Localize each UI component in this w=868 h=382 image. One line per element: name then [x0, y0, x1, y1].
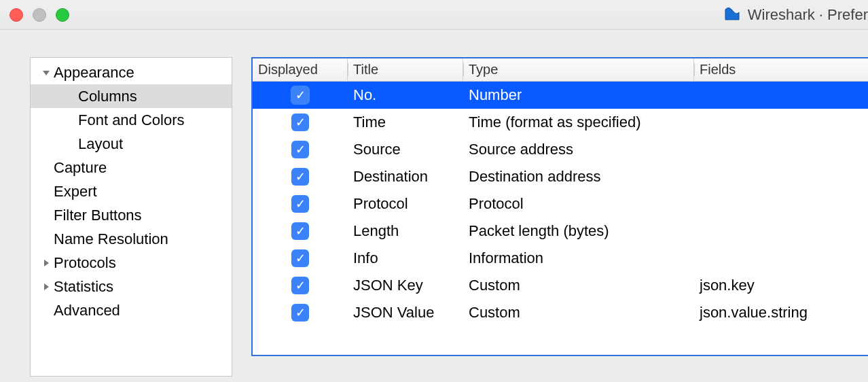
sidebar-item-label: Layout — [39, 135, 123, 153]
sidebar-item-label: Columns — [39, 88, 137, 105]
cell-fields: json.value.string — [694, 299, 868, 326]
checkmark-icon: ✓ — [295, 225, 306, 237]
cell-title: Time — [348, 109, 463, 136]
preferences-tree[interactable]: AppearanceColumnsFont and ColorsLayoutCa… — [31, 58, 232, 325]
displayed-checkbox[interactable]: ✓ — [291, 249, 309, 267]
sidebar-item-filter-buttons[interactable]: Filter Buttons — [31, 203, 232, 227]
cell-displayed: ✓ — [253, 82, 348, 109]
table-row[interactable]: ✓InfoInformation — [253, 245, 868, 272]
table-row[interactable]: ✓No.Number — [253, 82, 868, 109]
cell-type: Information — [463, 245, 694, 272]
sidebar-item-label: Appearance — [54, 64, 134, 82]
cell-title: Length — [348, 218, 463, 245]
window-controls — [10, 8, 69, 22]
close-window-button[interactable] — [10, 8, 23, 22]
cell-displayed: ✓ — [253, 272, 348, 299]
table-row[interactable]: ✓JSON ValueCustomjson.value.string — [253, 299, 868, 326]
disclosure-right-icon[interactable] — [39, 283, 54, 291]
checkmark-icon: ✓ — [295, 307, 306, 319]
sidebar-item-label: Name Resolution — [54, 230, 168, 248]
sidebar-item-label: Advanced — [54, 302, 120, 319]
sidebar-item-columns[interactable]: Columns — [31, 84, 232, 108]
cell-fields — [694, 109, 868, 136]
displayed-checkbox[interactable]: ✓ — [291, 114, 309, 131]
sidebar-item-appearance[interactable]: Appearance — [31, 60, 232, 84]
cell-displayed: ✓ — [253, 163, 348, 190]
cell-title: Protocol — [348, 190, 463, 218]
cell-type: Number — [463, 82, 694, 109]
cell-type: Packet length (bytes) — [463, 218, 694, 245]
checkmark-icon: ✓ — [295, 171, 306, 183]
sidebar-item-protocols[interactable]: Protocols — [31, 251, 232, 275]
sidebar-item-expert[interactable]: Expert — [31, 179, 232, 203]
cell-fields — [694, 163, 868, 190]
disclosure-down-icon[interactable] — [39, 69, 54, 77]
checkmark-icon: ✓ — [295, 143, 306, 156]
sidebar-item-label: Protocols — [54, 254, 116, 272]
header-type[interactable]: Type — [463, 58, 694, 81]
displayed-checkbox[interactable]: ✓ — [291, 222, 309, 240]
cell-displayed: ✓ — [253, 109, 348, 136]
cell-title: No. — [348, 82, 463, 109]
window-title: Wireshark · Prefer — [748, 6, 868, 24]
displayed-checkbox[interactable]: ✓ — [291, 195, 309, 213]
displayed-checkbox[interactable]: ✓ — [291, 141, 309, 158]
cell-type: Time (format as specified) — [463, 109, 694, 136]
cell-title: Destination — [348, 163, 463, 190]
checkmark-icon: ✓ — [295, 89, 306, 101]
table-header-row: Displayed Title Type Fields — [253, 58, 868, 82]
table-row[interactable]: ✓JSON KeyCustomjson.key — [253, 272, 868, 299]
displayed-checkbox[interactable]: ✓ — [291, 277, 309, 294]
cell-displayed: ✓ — [253, 299, 348, 326]
table-body: ✓No.Number✓TimeTime (format as specified… — [253, 82, 868, 326]
preferences-sidebar: AppearanceColumnsFont and ColorsLayoutCa… — [30, 57, 232, 377]
displayed-checkbox[interactable]: ✓ — [291, 304, 309, 322]
cell-type: Custom — [463, 272, 694, 299]
sidebar-item-label: Filter Buttons — [54, 207, 142, 224]
header-title[interactable]: Title — [348, 58, 463, 81]
table-row[interactable]: ✓SourceSource address — [253, 136, 868, 163]
cell-fields — [694, 82, 868, 109]
checkmark-icon: ✓ — [295, 198, 306, 210]
sidebar-item-name-resolution[interactable]: Name Resolution — [31, 227, 232, 251]
disclosure-right-icon[interactable] — [39, 259, 54, 267]
main-panel: Displayed Title Type Fields ✓No.Number✓T… — [232, 57, 868, 382]
displayed-checkbox[interactable]: ✓ — [291, 168, 309, 186]
sidebar-item-label: Capture — [54, 159, 107, 177]
sidebar-item-layout[interactable]: Layout — [31, 132, 232, 156]
displayed-checkbox[interactable]: ✓ — [291, 86, 309, 104]
table-row[interactable]: ✓LengthPacket length (bytes) — [253, 218, 868, 245]
table-row[interactable]: ✓TimeTime (format as specified) — [253, 109, 868, 136]
sidebar-item-label: Font and Colors — [39, 111, 185, 129]
cell-title: JSON Key — [348, 272, 463, 299]
sidebar-item-font-and-colors[interactable]: Font and Colors — [31, 108, 232, 132]
columns-table: Displayed Title Type Fields ✓No.Number✓T… — [251, 57, 868, 356]
cell-fields — [694, 190, 868, 218]
sidebar-item-capture[interactable]: Capture — [31, 156, 232, 179]
sidebar-item-advanced[interactable]: Advanced — [31, 298, 232, 322]
cell-type: Protocol — [463, 190, 694, 218]
cell-fields: json.key — [694, 272, 868, 299]
cell-type: Source address — [463, 136, 694, 163]
table-row[interactable]: ✓ProtocolProtocol — [253, 190, 868, 218]
checkmark-icon: ✓ — [295, 279, 306, 292]
cell-displayed: ✓ — [253, 218, 348, 245]
sidebar-item-label: Expert — [54, 183, 97, 201]
sidebar-item-label: Statistics — [54, 278, 113, 296]
cell-title: JSON Value — [348, 299, 463, 326]
wireshark-icon — [723, 4, 741, 25]
cell-displayed: ✓ — [253, 245, 348, 272]
cell-title: Source — [348, 136, 463, 163]
cell-fields — [694, 136, 868, 163]
minimize-window-button[interactable] — [33, 8, 46, 22]
cell-type: Destination address — [463, 163, 694, 190]
checkmark-icon: ✓ — [295, 116, 306, 128]
header-displayed[interactable]: Displayed — [253, 58, 348, 81]
zoom-window-button[interactable] — [56, 8, 69, 22]
cell-displayed: ✓ — [253, 136, 348, 163]
cell-displayed: ✓ — [253, 190, 348, 218]
sidebar-item-statistics[interactable]: Statistics — [31, 275, 232, 298]
content-area: AppearanceColumnsFont and ColorsLayoutCa… — [0, 30, 868, 382]
table-row[interactable]: ✓DestinationDestination address — [253, 163, 868, 190]
header-fields[interactable]: Fields — [694, 58, 868, 81]
